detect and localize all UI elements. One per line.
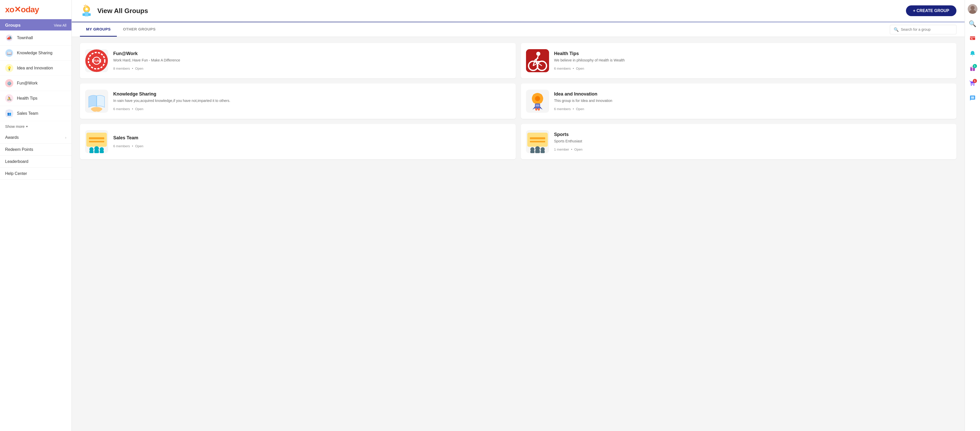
sidebar-item-help-center[interactable]: Help Center bbox=[0, 168, 72, 180]
bell-icon-button[interactable] bbox=[968, 49, 977, 58]
svg-rect-55 bbox=[89, 137, 104, 139]
cart-badge: 1 bbox=[973, 79, 977, 83]
svg-text:🚴: 🚴 bbox=[7, 96, 12, 101]
svg-rect-16 bbox=[88, 13, 91, 16]
idea-innovation-meta: 6 members • Open bbox=[554, 107, 951, 111]
sports-meta: 1 member • Open bbox=[554, 148, 951, 151]
svg-rect-78 bbox=[971, 39, 973, 40]
funwork-dot: • bbox=[132, 67, 133, 70]
tabs-container: MY GROUPS OTHER GROUPS bbox=[80, 22, 162, 37]
sidebar-item-knowledge-sharing[interactable]: 📖 Knowledge Sharing bbox=[0, 46, 72, 61]
svg-rect-56 bbox=[89, 141, 104, 142]
page-header-icon bbox=[80, 4, 93, 17]
svg-rect-13 bbox=[84, 12, 89, 16]
group-card-sales-team[interactable]: Sales Team 6 members • Open bbox=[80, 124, 516, 159]
svg-point-17 bbox=[84, 6, 87, 8]
redeem-points-label: Redeem Points bbox=[5, 147, 33, 152]
user-avatar[interactable] bbox=[968, 4, 977, 14]
tab-other-groups[interactable]: OTHER GROUPS bbox=[117, 22, 162, 37]
knowledge-sharing-image bbox=[85, 90, 108, 113]
chat-icon-button[interactable] bbox=[968, 93, 977, 103]
townhall-icon: 📣 bbox=[5, 34, 13, 42]
svg-rect-65 bbox=[530, 141, 545, 142]
group-card-funwork[interactable]: FUN FUN Fun@Work Work Hard, Have Fun - M… bbox=[80, 43, 516, 78]
svg-text:💡: 💡 bbox=[7, 66, 12, 71]
sidebar-item-leaderboard[interactable]: Leaderboard bbox=[0, 156, 72, 168]
svg-text:👥: 👥 bbox=[7, 112, 11, 116]
sidebar-item-redeem-points[interactable]: Redeem Points bbox=[0, 144, 72, 156]
knowledge-sharing-meta: 6 members • Open bbox=[113, 107, 511, 111]
health-tips-dot: • bbox=[573, 67, 574, 70]
idea-innovation-dot: • bbox=[573, 107, 574, 111]
group-card-knowledge-sharing[interactable]: Knowledge Sharing In vain have you,acqui… bbox=[80, 83, 516, 119]
townhall-label: Townhall bbox=[17, 36, 33, 40]
svg-rect-67 bbox=[530, 151, 535, 153]
svg-text:⚙️: ⚙️ bbox=[7, 81, 12, 86]
health-tips-type: Open bbox=[576, 67, 584, 70]
logo-area: xo✕oday bbox=[0, 0, 72, 19]
group-search-box[interactable]: 🔍 bbox=[890, 25, 956, 34]
svg-rect-15 bbox=[83, 13, 85, 16]
health-tips-desc: We believe in philosophy of Health is We… bbox=[554, 58, 951, 63]
svg-rect-58 bbox=[89, 151, 94, 153]
chevron-down-icon: ▾ bbox=[26, 125, 28, 128]
show-more-button[interactable]: Show more ▾ bbox=[0, 121, 72, 132]
sales-team-dot: • bbox=[132, 144, 133, 148]
knowledge-sharing-name: Knowledge Sharing bbox=[113, 91, 511, 97]
svg-rect-62 bbox=[100, 151, 104, 153]
group-card-sports[interactable]: Sports Sports Enthusiast 1 member • Open bbox=[521, 124, 957, 159]
funwork-desc: Work Hard, Have Fun - Make A Difference bbox=[113, 58, 511, 63]
svg-marker-51 bbox=[540, 107, 542, 110]
sports-image bbox=[526, 130, 549, 153]
sidebar-item-townhall[interactable]: 📣 Townhall bbox=[0, 30, 72, 46]
group-card-idea-innovation[interactable]: Idea and Innovation This group is for Id… bbox=[521, 83, 957, 119]
funwork-name: Fun@Work bbox=[113, 51, 511, 56]
knowledge-sharing-dot: • bbox=[132, 107, 133, 111]
gift-badge: 1 bbox=[973, 64, 977, 68]
svg-point-73 bbox=[970, 6, 975, 10]
sidebar-item-awards[interactable]: Awards › bbox=[0, 132, 72, 144]
sidebar-item-sales-team[interactable]: 👥 Sales Team bbox=[0, 106, 72, 121]
groups-grid: FUN FUN Fun@Work Work Hard, Have Fun - M… bbox=[72, 37, 965, 165]
sales-team-info: Sales Team 6 members • Open bbox=[113, 135, 511, 148]
svg-rect-43 bbox=[541, 98, 543, 99]
create-group-button[interactable]: + CREATE GROUP bbox=[906, 5, 957, 16]
funwork-members: 8 members bbox=[113, 67, 130, 70]
health-tips-info: Health Tips We believe in philosophy of … bbox=[554, 51, 951, 70]
sidebar-item-idea-innovation[interactable]: 💡 Idea and Innovation bbox=[0, 61, 72, 76]
health-tips-members: 6 members bbox=[554, 67, 571, 70]
sidebar-item-health-tips[interactable]: 🚴 Health Tips bbox=[0, 91, 72, 106]
group-card-health-tips[interactable]: Health Tips We believe in philosophy of … bbox=[521, 43, 957, 78]
sports-info: Sports Sports Enthusiast 1 member • Open bbox=[554, 132, 951, 151]
tab-my-groups[interactable]: MY GROUPS bbox=[80, 22, 117, 37]
health-tips-label: Health Tips bbox=[17, 96, 37, 101]
sidebar-item-funwork[interactable]: ⚙️ Fun@Work bbox=[0, 76, 72, 91]
sales-team-meta: 6 members • Open bbox=[113, 144, 511, 148]
help-center-label: Help Center bbox=[5, 171, 27, 176]
svg-rect-77 bbox=[971, 38, 972, 39]
page-header: View All Groups + CREATE GROUP bbox=[72, 0, 965, 22]
cart-icon-button[interactable]: 1 bbox=[968, 78, 977, 88]
svg-rect-75 bbox=[970, 37, 975, 40]
sports-name: Sports bbox=[554, 132, 951, 137]
app-logo: xo✕oday bbox=[5, 5, 66, 14]
svg-rect-69 bbox=[535, 150, 540, 153]
groups-section-title: Groups bbox=[5, 23, 21, 28]
notifications-card-button[interactable] bbox=[968, 34, 977, 43]
awards-label: Awards bbox=[5, 135, 19, 140]
health-tips-icon: 🚴 bbox=[5, 94, 13, 102]
idea-innovation-label: Idea and Innovation bbox=[17, 66, 53, 70]
funwork-icon: ⚙️ bbox=[5, 79, 13, 87]
svg-point-39 bbox=[535, 96, 540, 101]
right-sidebar: 🔍 1 1 bbox=[965, 0, 980, 431]
gift-icon-button[interactable]: 1 bbox=[968, 64, 977, 73]
knowledge-sharing-members: 6 members bbox=[113, 107, 130, 111]
knowledge-sharing-desc: In vain have you,acquired knowledge,if y… bbox=[113, 99, 511, 103]
groups-view-all[interactable]: View All bbox=[54, 23, 66, 27]
search-input[interactable] bbox=[901, 27, 953, 32]
health-tips-image bbox=[526, 49, 549, 72]
svg-point-53 bbox=[538, 108, 540, 111]
knowledge-sharing-type: Open bbox=[135, 107, 143, 111]
search-icon-button[interactable]: 🔍 bbox=[968, 19, 977, 29]
svg-point-14 bbox=[85, 8, 88, 11]
